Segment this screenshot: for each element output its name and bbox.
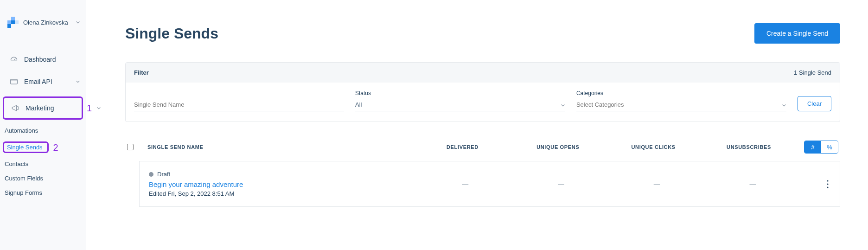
segmented-control: # %	[804, 141, 838, 154]
sidebar-item-label: Email API	[24, 78, 52, 85]
sidebar-item-marketing[interactable]: Marketing	[4, 98, 82, 118]
card-icon	[9, 77, 19, 86]
status-select[interactable]	[355, 99, 565, 111]
annotation-number: 1	[87, 103, 92, 114]
col-header-name: Single Send Name	[147, 144, 415, 150]
single-send-name-input[interactable]	[134, 99, 344, 111]
filter-panel: Filter 1 Single Send Status Categories C…	[125, 62, 840, 122]
toggle-percent-button[interactable]: %	[821, 141, 838, 153]
row-main-cell: Draft Begin your amazing adventure Edite…	[149, 171, 417, 197]
chevron-down-icon	[76, 78, 80, 85]
filter-body: Status Categories Clear	[126, 83, 840, 122]
page-title: Single Sends	[125, 25, 218, 42]
svg-rect-4	[15, 20, 19, 24]
svg-rect-3	[7, 24, 11, 28]
annotation-number: 2	[53, 142, 58, 153]
sidebar: Olena Zinkovska Dashboard Email API Mark…	[0, 0, 86, 250]
sidebar-subitem-custom-fields[interactable]: Custom Fields	[5, 171, 86, 186]
row-actions-menu[interactable]	[801, 180, 829, 188]
sidebar-subitem-signup-forms[interactable]: Signup Forms	[5, 186, 86, 200]
gauge-icon	[9, 55, 19, 64]
row-unique-clicks: —	[609, 180, 705, 188]
col-header-unique-opens: Unique Opens	[510, 144, 606, 150]
brand-logo-icon	[7, 17, 19, 28]
marketing-submenu: Automations Single Sends 2 Contacts Cust…	[0, 123, 86, 200]
row-delivered: —	[417, 180, 513, 188]
sidebar-subitem-single-sends[interactable]: Single Sends	[7, 144, 43, 151]
row-unsubscribes: —	[705, 180, 801, 188]
categories-select[interactable]	[576, 99, 786, 111]
chevron-down-icon	[76, 18, 80, 26]
page-header: Single Sends Create a Single Send	[125, 23, 840, 44]
select-all-checkbox[interactable]	[127, 144, 134, 150]
filter-categories-field: Categories	[576, 90, 786, 111]
row-meta-text: Edited Fri, Sep 2, 2022 8:51 AM	[149, 190, 417, 197]
clear-filter-button[interactable]: Clear	[798, 96, 831, 111]
sidebar-subitem-single-sends-wrap: Single Sends 2	[5, 138, 86, 157]
svg-point-6	[827, 180, 828, 181]
row-unique-opens: —	[513, 180, 609, 188]
filter-header: Filter 1 Single Send	[126, 63, 840, 83]
filter-count: 1 Single Send	[794, 69, 831, 76]
col-header-unique-clicks: Unique Clicks	[606, 144, 701, 150]
svg-point-8	[827, 186, 828, 188]
table-row: Draft Begin your amazing adventure Edite…	[139, 161, 840, 207]
sidebar-subitem-contacts[interactable]: Contacts	[5, 157, 86, 171]
user-name: Olena Zinkovska	[23, 19, 68, 26]
kebab-icon	[827, 180, 829, 188]
svg-rect-0	[7, 20, 11, 24]
sidebar-item-email-api[interactable]: Email API	[0, 71, 86, 93]
sidebar-item-label: Dashboard	[24, 56, 56, 63]
chevron-down-icon	[96, 104, 101, 112]
row-status-line: Draft	[149, 171, 417, 178]
filter-status-field: Status	[355, 90, 565, 111]
megaphone-icon	[11, 103, 20, 113]
row-status-text: Draft	[157, 171, 170, 178]
toggle-count-button[interactable]: #	[804, 141, 821, 153]
select-all-cell	[127, 144, 147, 150]
sidebar-item-dashboard[interactable]: Dashboard	[0, 48, 86, 71]
display-mode-toggle: # %	[797, 141, 838, 154]
create-single-send-button[interactable]: Create a Single Send	[754, 23, 840, 44]
col-header-unsubscribes: Unsubscribes	[701, 144, 797, 150]
svg-rect-2	[11, 20, 15, 24]
col-header-delivered: Delivered	[415, 144, 510, 150]
filter-title: Filter	[134, 69, 149, 76]
filter-name-field	[134, 91, 344, 111]
svg-rect-5	[11, 79, 18, 84]
annotation-box-2: Single Sends 2	[3, 141, 49, 153]
svg-point-7	[827, 183, 828, 185]
svg-rect-1	[11, 17, 15, 20]
sidebar-subitem-automations[interactable]: Automations	[5, 123, 86, 138]
table-header: Single Send Name Delivered Unique Opens …	[125, 141, 840, 161]
annotation-box-1: Marketing 1	[3, 96, 83, 120]
row-title-link[interactable]: Begin your amazing adventure	[149, 180, 417, 188]
main-content: Single Sends Create a Single Send Filter…	[86, 0, 868, 250]
sidebar-item-label: Marketing	[26, 104, 54, 112]
filter-categories-label: Categories	[576, 90, 786, 96]
status-dot-icon	[149, 172, 153, 177]
filter-status-label: Status	[355, 90, 565, 96]
account-switcher[interactable]: Olena Zinkovska	[0, 17, 86, 28]
